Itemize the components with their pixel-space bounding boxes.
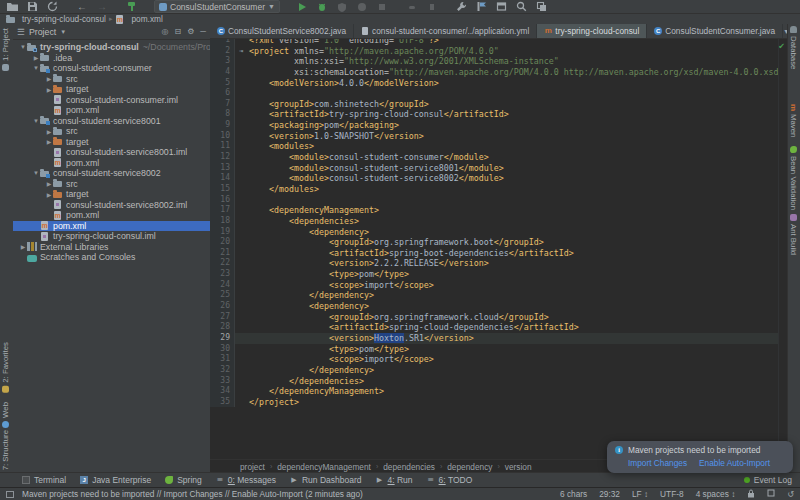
toolwindow-stripe-1-project[interactable]: 1: Project	[1, 28, 10, 71]
event-log-button[interactable]: Event Log	[744, 475, 792, 485]
code-line[interactable]: 4 xsi:schemaLocation="http://maven.apach…	[210, 67, 787, 78]
tree-row[interactable]: ▶src	[13, 74, 210, 85]
code-line[interactable]: 13 <module>consul-student-service8001</m…	[210, 163, 787, 174]
code-line[interactable]: 24 <scope>import</scope>	[210, 280, 787, 291]
chevron-down-icon[interactable]: ▼	[60, 29, 66, 35]
code-line[interactable]: 32 </dependency>	[210, 365, 787, 376]
code-line[interactable]: 27 <groupId>org.springframework.cloud</g…	[210, 312, 787, 323]
navbar-item-file[interactable]: pom.xml	[131, 14, 162, 24]
toolwindow-stripe-bean-validation[interactable]: Bean Validation	[789, 146, 798, 210]
profiler-icon[interactable]	[354, 1, 370, 13]
editor-tab[interactable]: mtry-spring-cloud-consul	[537, 24, 647, 38]
tree-row[interactable]: ▶.idea	[13, 53, 210, 64]
navbar-item-project[interactable]: try-spring-cloud-consul	[22, 14, 106, 24]
code-line[interactable]: 35</project>	[210, 397, 787, 408]
tree-row[interactable]: Scratches and Consoles	[13, 252, 210, 263]
tree-row[interactable]: ▶src	[13, 126, 210, 137]
run-icon[interactable]	[294, 1, 310, 13]
toolwindow-stripe-ant-build[interactable]: Ant Build	[789, 214, 798, 255]
run-with-coverage-icon[interactable]	[334, 1, 350, 13]
enable-auto-import-link[interactable]: Enable Auto-Import	[699, 458, 770, 468]
back-icon[interactable]: ←	[74, 1, 90, 13]
forward-icon[interactable]: →	[94, 1, 110, 13]
attach-debugger-icon[interactable]	[404, 1, 420, 13]
code-line[interactable]: 17 <dependencyManagement>	[210, 205, 787, 216]
toolwindow-button-0-messages[interactable]: ≡0: Messages	[216, 475, 276, 485]
file-encoding[interactable]: UTF-8	[660, 489, 684, 499]
code-line[interactable]: 2⇥<project xmlns="http://maven.apache.or…	[210, 46, 787, 57]
editor-tab[interactable]: CConsulStudentService8002.java	[210, 24, 354, 38]
tree-collapse-icon[interactable]: ▶	[45, 75, 53, 82]
tree-expand-icon[interactable]: ▼	[32, 118, 40, 124]
tree-collapse-icon[interactable]: ▶	[45, 138, 53, 145]
code-line[interactable]: 23 <type>pom</type>	[210, 269, 787, 280]
tree-row[interactable]: ▶External Libraries	[13, 242, 210, 253]
toolwindow-stripe-database[interactable]: Database	[789, 26, 798, 69]
code-line[interactable]: 8 <artifactId>try-spring-cloud-consul</a…	[210, 109, 787, 120]
code-line[interactable]: 6	[210, 88, 787, 99]
code-line[interactable]: 11 <modules>	[210, 141, 787, 152]
code-line[interactable]: 31 <scope>import</scope>	[210, 354, 787, 365]
toolwindow-stripe-maven[interactable]: mMaven	[789, 104, 798, 137]
tree-row[interactable]: mpom.xml	[13, 210, 210, 221]
save-all-icon[interactable]	[24, 1, 40, 13]
background-tasks-icon[interactable]: ↺	[787, 490, 794, 499]
project-view-title[interactable]: Project	[29, 27, 56, 37]
tree-expand-icon[interactable]: ▼	[19, 44, 27, 50]
tree-row[interactable]: mpom.xml	[13, 221, 210, 232]
code-line[interactable]: 33 </dependencies>	[210, 376, 787, 387]
stop-icon[interactable]	[374, 1, 390, 13]
toolwindow-switcher-icon[interactable]	[6, 491, 14, 498]
editor-tab[interactable]: CConsulStudentConsumer.java	[647, 24, 783, 38]
breadcrumb-item[interactable]: dependency	[447, 462, 492, 472]
code-line[interactable]: 29 <version>Hoxton.SR1</version>	[210, 333, 787, 344]
breadcrumb-item[interactable]: dependencyManagement	[277, 462, 371, 472]
open-icon[interactable]	[4, 1, 20, 13]
tree-row[interactable]: mpom.xml	[13, 105, 210, 116]
code-line[interactable]: 3 xmlns:xsi="http://www.w3.org/2001/XMLS…	[210, 56, 787, 67]
tab-list-icon[interactable]: ▼	[783, 24, 787, 38]
lock-icon[interactable]	[747, 489, 755, 500]
code-line[interactable]: 20 <groupId>org.springframework.boot</gr…	[210, 237, 787, 248]
toolwindow-stripe-2-favorites[interactable]: 2: Favorites	[1, 342, 10, 393]
run-configuration-select[interactable]: ConsulStudentConsumer ▼	[154, 0, 280, 13]
tree-row[interactable]: mpom.xml	[13, 158, 210, 169]
toolwindow-button-spring[interactable]: Spring	[165, 475, 202, 485]
toolwindow-button-4-run[interactable]: ▶4: Run	[376, 475, 413, 485]
code-line[interactable]: 9 <packaging>pom</packaging>	[210, 120, 787, 131]
tree-row[interactable]: consul-student-service8002.iml	[13, 200, 210, 211]
code-line[interactable]: 14 <module>consul-student-service8002</m…	[210, 173, 787, 184]
tree-row[interactable]: ▼consul-student-service8002	[13, 168, 210, 179]
settings-wrench-icon[interactable]	[454, 1, 470, 13]
line-separator[interactable]: LF ↕	[632, 489, 648, 499]
search-everywhere-icon[interactable]	[514, 1, 530, 13]
import-changes-link[interactable]: Import Changes	[628, 458, 687, 468]
debug-icon[interactable]	[314, 1, 330, 13]
code-line[interactable]: 34 </dependencyManagement>	[210, 386, 787, 397]
code-line[interactable]: 16	[210, 195, 787, 206]
tree-collapse-icon[interactable]: ▶	[19, 243, 27, 250]
status-message[interactable]: Maven projects need to be imported // Im…	[22, 489, 363, 499]
breadcrumb-item[interactable]: project	[240, 462, 265, 472]
tree-row[interactable]: ▶target	[13, 189, 210, 200]
tree-row[interactable]: ▼consul-student-service8001	[13, 116, 210, 127]
tree-row[interactable]: ▶src	[13, 179, 210, 190]
locate-file-icon[interactable]: ◎	[161, 27, 168, 36]
editor-scrollbar[interactable]	[778, 39, 787, 459]
notifications-icon[interactable]	[534, 1, 550, 13]
collapse-all-icon[interactable]: ⊟	[174, 27, 181, 36]
gear-icon[interactable]: ⚙	[187, 27, 194, 36]
code-line[interactable]: 19 <dependency>	[210, 227, 787, 238]
tree-collapse-icon[interactable]: ▶	[45, 128, 53, 135]
panel-menu-icon[interactable]: ☰	[17, 27, 25, 37]
code-line[interactable]: 1<?xml version="1.0" encoding="UTF-8"?>	[210, 39, 787, 46]
synchronize-icon[interactable]	[44, 1, 60, 13]
breadcrumb-item[interactable]: dependencies	[383, 462, 435, 472]
tree-collapse-icon[interactable]: ▶	[45, 86, 53, 93]
code-line[interactable]: 21 <artifactId>spring-boot-dependencies<…	[210, 248, 787, 259]
tree-expand-icon[interactable]: ▼	[32, 170, 40, 176]
toolwindow-button-6-todo[interactable]: ≡6: TODO	[427, 475, 473, 485]
code-line[interactable]: 18 <dependencies>	[210, 216, 787, 227]
toolwindow-button-java-enterprise[interactable]: JJava Enterprise	[80, 475, 151, 485]
selection-chars[interactable]: 6 chars	[560, 489, 587, 499]
